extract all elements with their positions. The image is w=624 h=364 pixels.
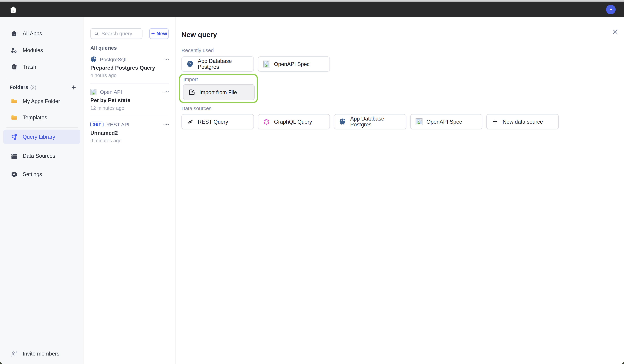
data-source-card-graphql-query[interactable]: GraphQL Query xyxy=(258,114,330,129)
new-query-panel: New query Recently used App Database Pos… xyxy=(175,17,624,364)
sidebar-divider xyxy=(6,127,78,128)
query-title: Unnamed2 xyxy=(90,130,169,136)
rest-plug-icon xyxy=(187,118,194,125)
sidebar-folder-templates[interactable]: Templates xyxy=(0,113,83,122)
trash-icon xyxy=(11,63,18,70)
plus-icon xyxy=(151,31,155,36)
recently-used-card-openapi-spec[interactable]: OpenAPI Spec xyxy=(258,56,330,72)
postgresql-icon xyxy=(339,118,346,125)
query-type: Open API xyxy=(100,89,122,95)
sidebar-item-trash[interactable]: Trash xyxy=(0,62,83,72)
item-menu-button[interactable] xyxy=(163,123,169,126)
query-type: PostgreSQL xyxy=(100,56,128,62)
query-time: 9 minutes ago xyxy=(90,138,169,144)
nav-label: Query Library xyxy=(23,134,55,140)
card-label: GraphQL Query xyxy=(274,119,312,124)
invite-members-button[interactable]: Invite members xyxy=(0,349,83,359)
avatar[interactable]: F xyxy=(606,4,616,14)
query-list-item[interactable]: PostgreSQL Prepared Postgres Query 4 hou… xyxy=(90,51,169,83)
query-library-icon xyxy=(11,133,18,140)
sidebar-item-modules[interactable]: Modules xyxy=(0,45,83,55)
sidebar-item-all-apps[interactable]: All Apps xyxy=(0,28,83,38)
nav-label: Data Sources xyxy=(23,153,55,159)
sidebar-divider xyxy=(6,79,78,79)
broken-image-icon xyxy=(415,118,422,125)
sidebar-item-label: Modules xyxy=(23,47,43,53)
invite-members-label: Invite members xyxy=(23,351,59,357)
invite-members-icon xyxy=(11,350,18,357)
recently-used-label: Recently used xyxy=(182,47,624,53)
recently-used-card-app-database-postgres[interactable]: App Database Postgres xyxy=(182,56,254,72)
home-icon xyxy=(9,5,17,13)
search-icon xyxy=(94,31,99,36)
broken-image-icon xyxy=(263,60,270,68)
window-top-edge xyxy=(0,0,624,1)
home-button[interactable] xyxy=(9,5,18,14)
folders-header: Folders (2) xyxy=(0,84,83,90)
settings-icon xyxy=(11,171,18,177)
folder-icon xyxy=(11,114,18,121)
app-window: F All Apps Modules xyxy=(0,0,624,364)
broken-image-icon xyxy=(90,89,97,95)
folder-label: My Apps Folder xyxy=(23,98,60,104)
postgresql-icon xyxy=(90,56,97,63)
query-time: 12 minutes ago xyxy=(90,105,169,111)
data-source-card-rest-query[interactable]: REST Query xyxy=(182,114,254,129)
close-icon[interactable] xyxy=(612,29,618,35)
card-label: App Database Postgres xyxy=(350,116,402,128)
query-type: REST API xyxy=(106,121,130,127)
folders-count: (2) xyxy=(30,85,36,90)
sidebar-item-label: All Apps xyxy=(23,30,42,36)
avatar-initial: F xyxy=(609,7,612,12)
query-title: Prepared Postgres Query xyxy=(90,65,169,71)
query-time: 4 hours ago xyxy=(90,73,169,78)
folder-icon xyxy=(11,98,18,104)
data-sources-icon xyxy=(11,152,18,159)
query-list-panel: New All queries PostgreSQL Prepared Post… xyxy=(84,17,175,364)
sidebar-item-query-library[interactable]: Query Library xyxy=(3,129,80,144)
import-from-file-label: Import from File xyxy=(199,89,237,95)
card-label: REST Query xyxy=(198,119,228,124)
new-query-button[interactable]: New xyxy=(149,28,169,39)
data-source-card-app-database-postgres[interactable]: App Database Postgres xyxy=(334,114,406,129)
new-query-button-label: New xyxy=(156,31,167,37)
graphql-icon xyxy=(263,118,270,125)
desktop: F All Apps Modules xyxy=(0,0,624,364)
postgresql-icon xyxy=(187,60,194,68)
http-method-badge: GET xyxy=(90,121,104,127)
page-title: New query xyxy=(182,31,624,39)
import-section-highlight: Import Import from File xyxy=(179,74,258,103)
sidebar: All Apps Modules Trash Folders xyxy=(0,17,84,364)
sidebar-item-data-sources[interactable]: Data Sources xyxy=(3,149,80,163)
data-source-card-openapi-spec[interactable]: OpenAPI Spec xyxy=(410,114,482,129)
nav-label: Settings xyxy=(23,171,42,177)
topbar: F xyxy=(0,1,624,17)
data-sources-label: Data sources xyxy=(182,105,624,111)
import-label: Import xyxy=(183,76,255,82)
card-label: App Database Postgres xyxy=(198,58,249,70)
import-from-file-button[interactable]: Import from File xyxy=(183,84,255,100)
sidebar-item-settings[interactable]: Settings xyxy=(3,167,80,181)
sidebar-item-label: Trash xyxy=(23,64,36,70)
folders-title: Folders xyxy=(9,84,28,90)
card-label: New data source xyxy=(503,119,543,124)
new-data-source-button[interactable]: New data source xyxy=(486,114,559,129)
plus-icon xyxy=(491,118,498,125)
all-queries-label: All queries xyxy=(90,45,169,51)
home-icon xyxy=(11,30,18,37)
modules-icon xyxy=(11,47,18,53)
folder-label: Templates xyxy=(23,114,47,120)
card-label: OpenAPI Spec xyxy=(426,119,462,124)
search-input[interactable] xyxy=(102,31,139,37)
sidebar-folder-my-apps[interactable]: My Apps Folder xyxy=(0,96,83,106)
query-list-item[interactable]: GET REST API Unnamed2 9 minutes ago xyxy=(90,116,169,143)
item-menu-button[interactable] xyxy=(163,90,169,94)
add-folder-button[interactable] xyxy=(71,85,77,90)
import-file-icon xyxy=(188,89,195,96)
search-box xyxy=(90,28,142,39)
query-title: Pet by Pet state xyxy=(90,97,169,103)
query-list-item[interactable]: Open API Pet by Pet state 12 minutes ago xyxy=(90,83,169,116)
item-menu-button[interactable] xyxy=(163,57,169,61)
card-label: OpenAPI Spec xyxy=(274,61,310,67)
